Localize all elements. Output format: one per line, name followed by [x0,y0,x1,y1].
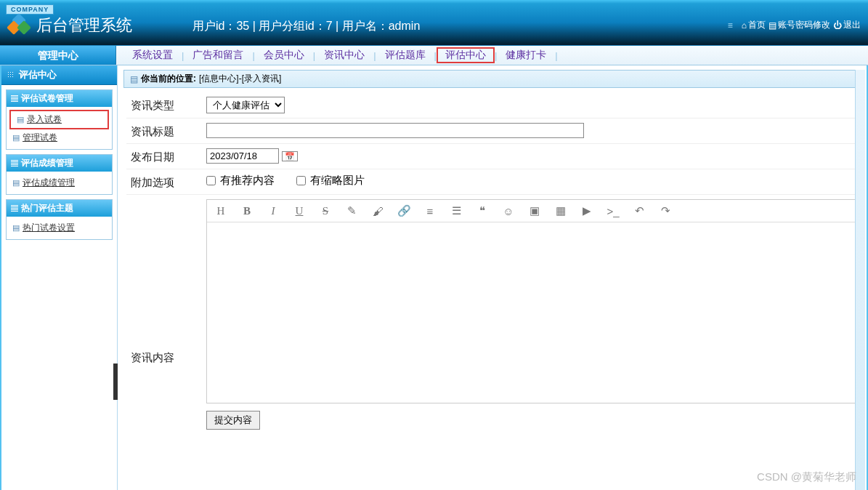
breadcrumb-prefix: 你当前的位置: [141,73,196,85]
sidebar-collapse-handle[interactable] [113,364,118,400]
body-wrap: 评估中心 评估试卷管理▤录入试卷▤管理试卷评估成绩管理▤评估成绩管理热门评估主题… [0,65,868,490]
side-panel-1: 评估成绩管理▤评估成绩管理 [6,154,113,195]
editor-toolbar: HBIUS✎🖌🔗≡☰❝☺▣▦▶>_↶↷ [207,200,857,222]
home-link[interactable]: ⌂首页 [742,19,766,31]
doc-icon: ▤ [12,133,20,142]
B-tool-icon[interactable]: B [240,205,253,217]
extra-label: 附加选项 [126,174,206,190]
thumbnail-checkbox-label[interactable]: 有缩略图片 [296,174,365,188]
power-icon: ⏻ [833,20,842,31]
top-menu: 系统设置|广告和留言|会员中心|资讯中心|评估题库|评估中心|健康打卡| [116,46,868,65]
brush-tool-icon[interactable]: ✎ [345,204,358,217]
top-menu-item-5[interactable]: 评估中心 [437,47,495,63]
logout-link[interactable]: ⏻退出 [833,19,861,31]
home-icon: ⌂ [742,20,747,31]
side-link-label: 热门试卷设置 [23,222,75,234]
side-link-label: 录入试卷 [27,113,62,126]
side-link-label: 管理试卷 [23,132,57,144]
top-menu-item-3[interactable]: 资讯中心 [315,49,373,62]
link-tool-icon[interactable]: 🔗 [397,204,410,217]
rich-editor: HBIUS✎🖌🔗≡☰❝☺▣▦▶>_↶↷ [206,199,858,403]
U-tool-icon[interactable]: U [293,205,306,217]
user-info: 用户id：35 | 用户分组id：7 | 用户名：admin [192,19,420,34]
redo-tool-icon[interactable]: ↷ [659,204,672,217]
table-tool-icon[interactable]: ▦ [554,204,567,217]
side-panel-0: 评估试卷管理▤录入试卷▤管理试卷 [6,89,113,150]
form-area: 资讯类型 个人健康评估 资讯标题 发布日期 📅 [118,92,867,434]
doc-icon: ▤ [17,115,24,124]
submit-button[interactable]: 提交内容 [206,411,260,430]
content-textarea[interactable] [207,222,857,401]
logo-wrap: 后台管理系统 [9,15,132,36]
scrollbar[interactable] [855,70,865,490]
app-title: 后台管理系统 [36,15,132,36]
breadcrumb-path: [信息中心]-[录入资讯] [199,73,281,85]
side-link-label: 评估成绩管理 [23,177,75,189]
title-input[interactable] [206,123,584,138]
side-link-2-0[interactable]: ▤热门试卷设置 [7,220,112,236]
breadcrumb: ▤ 你当前的位置: [信息中心]-[录入资讯] [123,70,861,88]
password-link[interactable]: ▤账号密码修改 [768,19,830,31]
doc-icon: ▤ [12,178,20,188]
title-label: 资讯标题 [126,123,206,139]
quote-tool-icon[interactable]: ❝ [476,204,489,217]
mgmt-center-tab[interactable]: 管理中心 [0,46,116,65]
undo-tool-icon[interactable]: ↶ [633,204,646,217]
date-input[interactable] [206,148,279,164]
side-link-1-0[interactable]: ▤评估成绩管理 [7,174,112,191]
main-content: ▤ 你当前的位置: [信息中心]-[录入资讯] 资讯类型 个人健康评估 资讯标题 [118,65,867,490]
side-panel-header: 热门评估主题 [7,200,112,217]
top-actions: ≡ ⌂首页 ▤账号密码修改 ⏻退出 [728,19,861,31]
S-tool-icon[interactable]: S [319,205,332,217]
nav-row: 管理中心 系统设置|广告和留言|会员中心|资讯中心|评估题库|评估中心|健康打卡… [0,45,868,65]
top-menu-item-0[interactable]: 系统设置 [123,49,182,62]
company-tag: COMPANY [6,3,54,14]
recommend-checkbox[interactable] [206,176,216,185]
recommend-checkbox-label[interactable]: 有推荐内容 [206,174,275,188]
type-label: 资讯类型 [126,97,206,113]
thumbnail-checkbox[interactable] [296,176,306,185]
side-panel-header: 评估成绩管理 [7,155,112,172]
side-link-0-1[interactable]: ▤管理试卷 [7,129,112,146]
top-menu-item-1[interactable]: 广告和留言 [184,49,252,62]
top-menu-item-4[interactable]: 评估题库 [376,49,434,62]
header-bar: COMPANY 后台管理系统 用户id：35 | 用户分组id：7 | 用户名：… [0,0,868,45]
code-tool-icon[interactable]: >_ [607,205,620,217]
content-label: 资讯内容 [126,264,206,365]
doc-icon: ▤ [768,20,776,31]
top-menu-item-6[interactable]: 健康打卡 [497,49,555,62]
logo-icon [9,15,29,36]
date-label: 发布日期 [126,148,206,164]
image-tool-icon[interactable]: ▣ [528,204,541,217]
menu-separator: | [555,50,557,61]
doc-icon: ▤ [130,74,138,84]
doc-icon: ▤ [12,223,20,233]
grid-icon [7,71,15,79]
ol-tool-icon[interactable]: ≡ [423,205,437,217]
side-link-0-0[interactable]: ▤录入试卷 [9,110,109,129]
calendar-icon[interactable]: 📅 [282,151,298,161]
side-panel-2: 热门评估主题▤热门试卷设置 [6,199,113,240]
I-tool-icon[interactable]: I [267,205,280,217]
sidebar: 评估中心 评估试卷管理▤录入试卷▤管理试卷评估成绩管理▤评估成绩管理热门评估主题… [1,65,118,490]
sidebar-title: 评估中心 [1,65,117,85]
type-select[interactable]: 个人健康评估 [206,97,285,113]
H-tool-icon[interactable]: H [214,205,227,217]
menu-strip-icon[interactable]: ≡ [728,20,733,31]
top-menu-item-2[interactable]: 会员中心 [255,49,313,62]
video-tool-icon[interactable]: ▶ [580,204,593,217]
ul-tool-icon[interactable]: ☰ [450,204,463,217]
side-panel-header: 评估试卷管理 [7,90,112,107]
emoji-tool-icon[interactable]: ☺ [502,205,515,217]
paint-tool-icon[interactable]: 🖌 [371,205,384,217]
